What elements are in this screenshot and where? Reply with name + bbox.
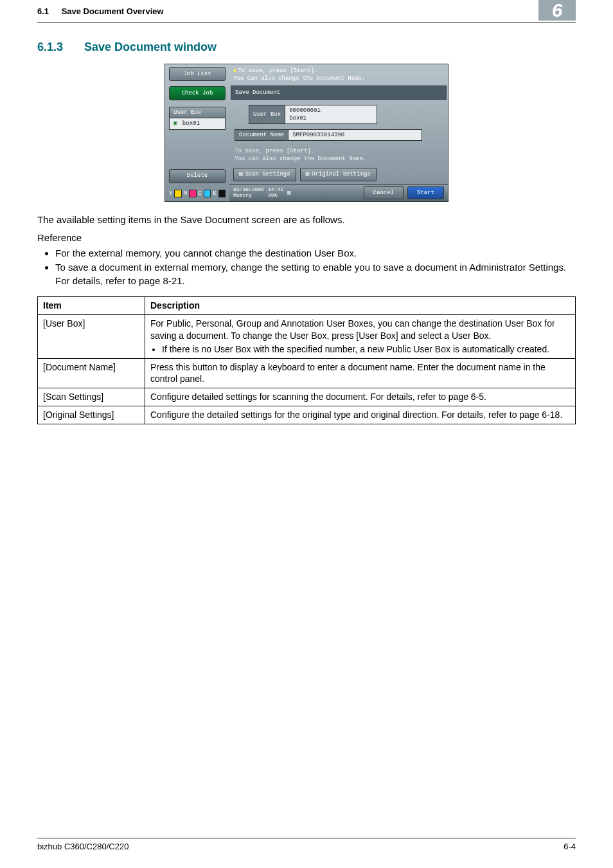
table-row: [Document Name] Press this button to dis… xyxy=(38,358,576,388)
cancel-button[interactable]: Cancel xyxy=(364,186,404,199)
row1-item: [User Box] xyxy=(38,314,145,358)
section-title: 6.1.3 Save Document window xyxy=(37,39,576,55)
footer-product: bizhub C360/C280/C220 xyxy=(37,841,129,853)
toner-y-label: Y xyxy=(169,190,172,197)
box-icon: ▣ xyxy=(173,120,177,127)
intro-text: The available setting items in the Save … xyxy=(37,213,576,226)
footer-mem-label: Memory xyxy=(233,193,264,199)
userbox-button[interactable]: User Box xyxy=(249,105,285,124)
footer-page: 6-4 xyxy=(564,841,576,853)
bullet-1: For the external memory, you cannot chan… xyxy=(55,247,576,260)
toner-indicator: Y M C K xyxy=(169,190,226,197)
original-settings-label: Original Settings xyxy=(312,170,371,178)
toner-y xyxy=(174,190,181,197)
th-item: Item xyxy=(38,296,145,314)
footer-meta2: 14:41 99% xyxy=(268,187,283,199)
header-section-name: Save Document Overview xyxy=(62,6,164,16)
toner-c xyxy=(204,190,211,197)
scan-icon: ▤ xyxy=(239,170,242,178)
start-button[interactable]: Start xyxy=(407,186,444,199)
page-footer: bizhub C360/C280/C220 6-4 xyxy=(37,838,576,853)
check-job-tab[interactable]: Check Job xyxy=(169,86,226,100)
screenshot-wrap: Job List Check Job User Box ▣ box01 Dele… xyxy=(37,64,576,201)
bullet-2: To save a document in external memory, c… xyxy=(55,261,576,287)
section-number: 6.1.3 xyxy=(37,39,81,55)
toner-k xyxy=(218,190,226,197)
docname-field: Document Name SMFP09033014390 xyxy=(235,129,422,141)
original-settings-button[interactable]: ▥ Original Settings xyxy=(300,168,377,181)
row1-desc-text: For Public, Personal, Group and Annotati… xyxy=(150,318,555,341)
th-desc: Description xyxy=(145,296,576,314)
save-document-panel: Job List Check Job User Box ▣ box01 Dele… xyxy=(164,64,449,201)
mid-line1: To save, press [Start]. xyxy=(235,148,314,154)
toner-c-label: C xyxy=(199,190,202,197)
settings-table: Item Description [User Box] For Public, … xyxy=(37,296,576,424)
userbox-field: User Box 000000001 box01 xyxy=(249,105,377,124)
userbox-entry[interactable]: ▣ box01 xyxy=(169,118,226,129)
chapter-tab: 6 xyxy=(538,0,576,21)
hint-line2: You can also change the Document Name. xyxy=(233,75,365,82)
reference-label: Reference xyxy=(37,231,576,244)
title-banner: Save Document xyxy=(231,86,447,100)
footer-meta: 03/30/2009 Memory xyxy=(233,187,264,199)
table-row: [User Box] For Public, Personal, Group a… xyxy=(38,314,576,358)
userbox-number: 000000001 xyxy=(289,107,373,114)
delete-button[interactable]: Delete xyxy=(169,169,226,183)
footer-flag-icon[interactable]: ▦ xyxy=(287,189,290,197)
table-row: [Scan Settings] Configure detailed setti… xyxy=(38,388,576,406)
docname-value: SMFP09033014390 xyxy=(289,129,422,141)
userbox-entry-label: box01 xyxy=(182,120,200,127)
toner-k-label: K xyxy=(213,190,216,197)
hint-line1: To save, press [Start]. xyxy=(238,68,317,74)
section-name: Save Document window xyxy=(84,41,217,53)
row4-item: [Original Settings] xyxy=(38,406,145,424)
row2-desc: Press this button to display a keyboard … xyxy=(145,358,576,388)
toner-m-label: M xyxy=(184,190,187,197)
userbox-value: 000000001 box01 xyxy=(285,105,377,124)
header-section-no: 6.1 xyxy=(37,6,59,17)
running-header: 6.1 Save Document Overview 6 xyxy=(37,0,576,23)
hint-text: ◆To save, press [Start]. You can also ch… xyxy=(229,64,448,84)
userbox-group-label: User Box xyxy=(169,107,226,118)
original-icon: ▥ xyxy=(306,170,309,178)
row3-desc: Configure detailed settings for scanning… xyxy=(145,388,576,406)
table-row: [Original Settings] Configure the detail… xyxy=(38,406,576,424)
row4-desc: Configure the detailed settings for the … xyxy=(145,406,576,424)
side-panel: Job List Check Job User Box ▣ box01 Dele… xyxy=(165,64,229,201)
row2-item: [Document Name] xyxy=(38,358,145,388)
job-list-tab[interactable]: Job List xyxy=(169,67,226,81)
reference-bullets: For the external memory, you cannot chan… xyxy=(37,247,576,287)
mid-line2: You can also change the Document Name. xyxy=(235,156,366,162)
docname-button[interactable]: Document Name xyxy=(235,129,289,141)
userbox-name: box01 xyxy=(289,114,373,122)
scan-settings-label: Scan Settings xyxy=(245,170,290,178)
row1-sub: If there is no User Box with the specifi… xyxy=(162,343,570,356)
row3-item: [Scan Settings] xyxy=(38,388,145,406)
row1-desc: For Public, Personal, Group and Annotati… xyxy=(145,314,576,358)
panel-footer: 03/30/2009 Memory 14:41 99% ▦ Cancel Sta… xyxy=(229,184,448,201)
header-left: 6.1 Save Document Overview xyxy=(37,6,164,17)
hint-icon: ◆ xyxy=(233,68,236,74)
button-bar: ▤ Scan Settings ▥ Original Settings xyxy=(233,168,444,181)
main-panel: ◆To save, press [Start]. You can also ch… xyxy=(229,64,448,201)
mid-text: To save, press [Start]. You can also cha… xyxy=(235,147,443,163)
footer-mem-val: 99% xyxy=(268,193,283,199)
toner-m xyxy=(189,190,196,197)
scan-settings-button[interactable]: ▤ Scan Settings xyxy=(233,168,296,181)
